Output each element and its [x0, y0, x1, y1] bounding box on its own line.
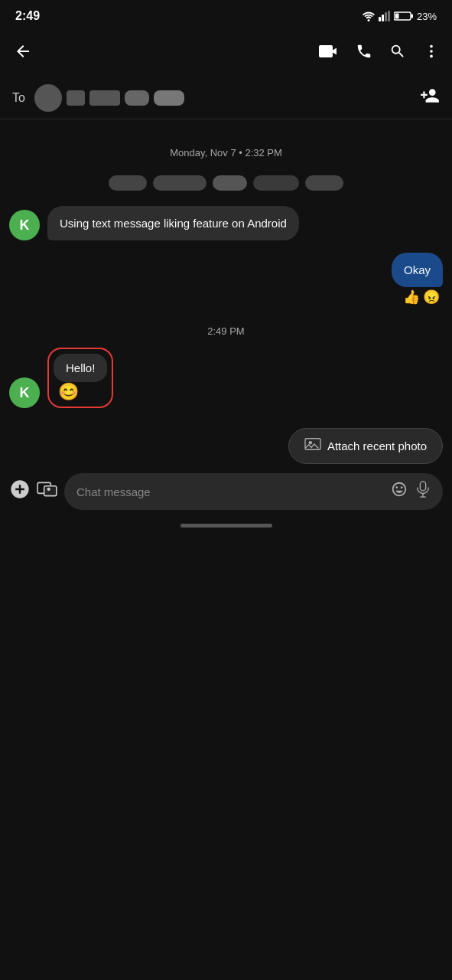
svg-rect-6 [411, 15, 413, 18]
gallery-icon [37, 479, 58, 499]
search-button[interactable] [386, 40, 409, 67]
svg-rect-7 [395, 14, 398, 19]
video-icon [319, 44, 339, 59]
battery-percent: 23% [417, 11, 437, 22]
landscape-icon [304, 436, 321, 452]
mic-button[interactable] [415, 481, 431, 502]
date-divider: Monday, Nov 7 • 2:32 PM [9, 135, 443, 163]
more-options-button[interactable] [420, 40, 443, 67]
add-attachment-button[interactable] [9, 479, 31, 505]
to-contact[interactable] [34, 84, 420, 112]
message-area: Monday, Nov 7 • 2:32 PM K Using text mes… [0, 119, 452, 420]
bubble-wrap-1: Using text message liking feature on And… [47, 206, 299, 240]
wifi-icon [362, 11, 376, 21]
svg-rect-16 [420, 482, 425, 491]
input-bar: Chat message [0, 467, 452, 518]
bubble-wrap-sent-1: Okay 👍 😠 [392, 253, 443, 305]
avatar-k: K [9, 210, 40, 240]
to-label: To [12, 91, 25, 105]
svg-rect-4 [388, 11, 390, 21]
status-icons: 23% [362, 11, 437, 22]
svg-point-0 [367, 19, 369, 21]
search-icon [389, 43, 406, 60]
svg-rect-1 [379, 17, 381, 21]
gallery-button[interactable] [37, 479, 58, 505]
battery-icon [394, 11, 414, 21]
home-indicator [0, 518, 452, 531]
hello-reaction: 😊 [54, 382, 107, 402]
signal-icon [379, 11, 391, 21]
svg-point-9 [430, 50, 433, 53]
phone-icon [356, 43, 372, 60]
chat-input-icons [391, 481, 431, 502]
sent-bubble-1: Okay [392, 253, 443, 287]
message-row-sent-1: Okay 👍 😠 [9, 253, 443, 305]
svg-point-15 [47, 487, 50, 490]
chat-input-placeholder: Chat message [76, 485, 385, 498]
status-message-row [9, 171, 443, 198]
avatar-k-2: K [9, 377, 40, 408]
hello-highlight-box: Hello! 😊 [47, 348, 113, 408]
svg-rect-2 [382, 15, 384, 21]
attach-photo-icon [304, 436, 321, 456]
emoji-icon [391, 481, 408, 498]
message-row-received-2: K Hello! 😊 [9, 348, 443, 408]
svg-point-10 [430, 55, 433, 58]
message-row-received-1: K Using text message liking feature on A… [9, 206, 443, 240]
time-divider-249: 2:49 PM [9, 318, 443, 340]
reaction-row-1: 👍 😠 [392, 289, 443, 305]
hello-bubble: Hello! [54, 354, 107, 382]
back-button[interactable] [9, 38, 37, 70]
video-call-button[interactable] [316, 41, 342, 67]
svg-point-8 [430, 45, 433, 48]
add-contact-button[interactable] [420, 86, 440, 110]
top-bar-actions [316, 40, 443, 67]
plus-circle-icon [9, 479, 31, 500]
attach-photo-label: Attach recent photo [327, 439, 427, 452]
top-bar [0, 31, 452, 77]
mic-icon [415, 481, 431, 498]
back-arrow-icon [14, 42, 32, 60]
more-icon [423, 43, 440, 60]
attach-recent-photo-button[interactable]: Attach recent photo [288, 428, 443, 464]
status-bar: 2:49 23% [0, 0, 452, 31]
svg-rect-14 [44, 485, 57, 495]
received-bubble-1: Using text message liking feature on And… [47, 206, 299, 240]
chat-input-wrap[interactable]: Chat message [64, 473, 443, 510]
home-bar [180, 524, 272, 528]
svg-point-12 [308, 441, 312, 445]
to-bar: To [0, 77, 452, 119]
svg-rect-3 [385, 12, 387, 21]
emoji-button[interactable] [391, 481, 408, 502]
phone-call-button[interactable] [353, 40, 376, 67]
add-contact-icon [420, 86, 440, 106]
reaction-angry: 😠 [423, 289, 440, 305]
reaction-thumbsup: 👍 [403, 289, 420, 305]
status-time: 2:49 [15, 9, 40, 23]
attach-photo-row: Attach recent photo [0, 420, 452, 467]
